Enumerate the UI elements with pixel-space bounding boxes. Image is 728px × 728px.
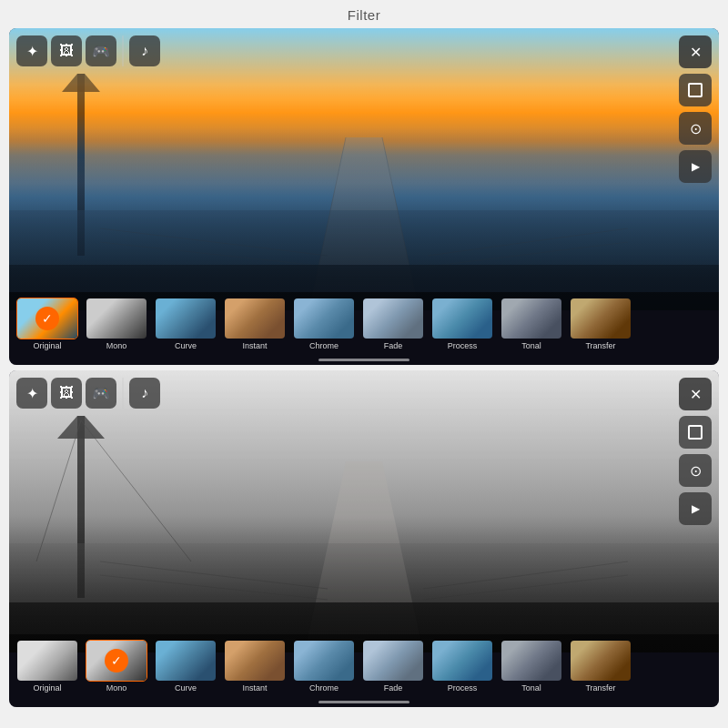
wand-button[interactable]: ✦ [16,35,47,66]
filter-label-process: Process [448,341,478,350]
filter-instant[interactable]: Instant [222,298,288,350]
thumb-bg-process [432,298,492,339]
bridge-svg-gray [9,370,719,652]
filter-original-2[interactable]: Original [15,640,80,693]
thumb-bg-instant-2 [225,641,285,681]
music-button-2[interactable]: ♪ [129,378,160,409]
filter-instant-2[interactable]: Instant [222,640,288,693]
camera-icon-2: ⊙ [690,462,702,480]
filter-label-transfer: Transfer [585,341,615,350]
filter-curve[interactable]: Curve [153,298,218,350]
close-button-2[interactable]: ✕ [679,378,712,410]
filter-label-original: Original [33,341,61,350]
filter-label-fade: Fade [384,341,403,350]
filter-thumb-instant-2 [224,640,286,682]
filter-label-chrome-2: Chrome [309,683,339,693]
thumb-bg-instant [225,298,285,339]
filter-tonal-2[interactable]: Tonal [499,640,564,693]
filter-strip-2: Original ✓ Mono Curve [9,634,719,707]
bridge-image-gray [9,370,719,652]
screen-mono: ✦ 🖼 🎮 ♪ ✕ [9,370,719,707]
filter-transfer[interactable]: Transfer [568,298,633,350]
thumb-bg-tonal [501,298,561,339]
svg-line-4 [309,137,346,310]
filter-thumb-original-2 [16,640,78,682]
filter-thumb-mono [86,298,147,339]
scroll-indicator-2 [318,701,410,703]
toolbar-separator [122,35,124,66]
filter-tonal[interactable]: Tonal [499,298,564,350]
filter-transfer-2[interactable]: Transfer [568,640,633,693]
filter-thumb-original: ✓ [16,298,78,339]
svg-rect-1 [77,74,85,256]
filter-thumb-tonal [500,298,562,339]
svg-line-5 [382,137,419,310]
filter-label-chrome: Chrome [309,341,339,350]
toolbar-separator-2 [122,378,124,409]
camera-button[interactable]: ⊙ [679,112,712,145]
frame-button-2[interactable] [679,416,712,449]
filter-process-2[interactable]: Process [430,640,495,693]
video-button-2[interactable]: ▶ [679,492,712,525]
filter-label-instant: Instant [242,341,267,350]
svg-line-8 [428,228,628,256]
svg-rect-13 [77,416,85,598]
filter-thumb-tonal-2 [500,640,562,682]
page-container: Filter [0,0,728,716]
image-icon: 🖼 [59,43,74,59]
camera-icon: ⊙ [690,120,702,137]
filter-thumb-chrome-2 [293,640,355,682]
frame-button[interactable] [679,74,712,106]
filter-thumb-process-2 [431,640,493,682]
image-button[interactable]: 🖼 [51,35,82,66]
filter-label-tonal-2: Tonal [521,683,541,693]
filter-curve-2[interactable]: Curve [153,640,218,693]
filter-mono[interactable]: Mono [84,298,149,350]
video-icon-2: ▶ [692,502,700,515]
toolbar-top: ✦ 🖼 🎮 ♪ [16,35,160,66]
toolbar-top-2: ✦ 🖼 🎮 ♪ [16,378,160,409]
thumb-bg-chrome-2 [294,641,354,681]
close-icon-2: ✕ [690,386,702,403]
bridge-image-color [9,28,719,310]
svg-rect-0 [9,28,719,310]
right-controls-2: ✕ ⊙ ▶ [679,378,712,525]
svg-line-9 [428,242,628,267]
filter-process[interactable]: Process [430,298,495,350]
filter-thumb-mono-2: ✓ [86,640,147,682]
camera-button-2[interactable]: ⊙ [679,454,712,487]
svg-marker-3 [309,137,419,310]
close-button[interactable]: ✕ [679,35,712,68]
filter-label-curve: Curve [175,341,197,350]
thumb-bg-tonal-2 [501,641,561,681]
bridge-svg-color [9,28,719,310]
thumb-bg-mono [86,298,147,339]
gamepad-button-2[interactable]: 🎮 [86,378,116,409]
filter-label-transfer-2: Transfer [585,683,615,693]
filter-label-mono: Mono [106,341,127,350]
filter-chrome[interactable]: Chrome [291,298,357,350]
music-icon-2: ♪ [141,385,148,401]
music-button[interactable]: ♪ [129,35,160,66]
filter-chrome-2[interactable]: Chrome [291,640,357,693]
image-button-2[interactable]: 🖼 [51,378,82,409]
page-title: Filter [0,0,728,28]
wand-button-2[interactable]: ✦ [16,378,47,409]
thumb-bg-chrome [294,298,354,339]
check-icon-original: ✓ [35,307,59,330]
screens-wrapper: ✦ 🖼 🎮 ♪ ✕ [0,28,728,716]
thumb-bg-transfer-2 [571,641,631,681]
right-controls: ✕ ⊙ ▶ [679,35,712,183]
gamepad-button[interactable]: 🎮 [86,35,116,66]
svg-line-19 [100,575,328,600]
thumb-bg-original-2 [17,641,77,681]
filter-fade-2[interactable]: Fade [360,640,426,693]
filter-mono-2[interactable]: ✓ Mono [84,640,149,693]
filter-fade[interactable]: Fade [360,298,426,350]
thumb-bg-curve [156,298,216,339]
filter-thumb-curve-2 [155,640,217,682]
filter-original[interactable]: ✓ Original [15,298,80,350]
video-button[interactable]: ▶ [679,150,712,183]
wand-icon-2: ✦ [26,385,38,402]
filter-label-fade-2: Fade [384,683,403,693]
